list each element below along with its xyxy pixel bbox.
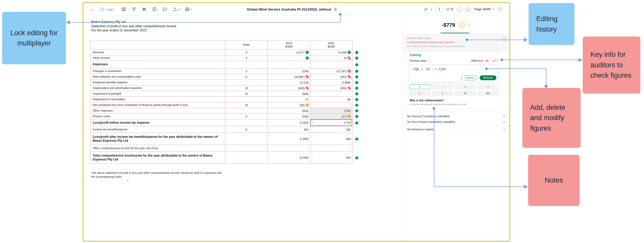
status-dot-icon[interactable] <box>355 121 358 124</box>
status-dot-icon[interactable] <box>355 98 358 101</box>
formula-operand[interactable]: -17 <box>425 67 431 71</box>
value-cell-2021[interactable] <box>310 61 352 68</box>
status-dot-icon[interactable] <box>355 75 358 78</box>
calc-key-minus[interactable]: − <box>432 84 453 89</box>
value-cell-2021[interactable]: - <box>310 145 352 152</box>
flag-red-icon[interactable] <box>348 57 351 59</box>
history-icon[interactable]: ↺ <box>424 7 427 12</box>
calc-key-open-paren[interactable]: ( <box>409 91 430 96</box>
value-cell-2021[interactable]: (719) <box>310 108 352 114</box>
value-cell-2021[interactable]: - <box>310 91 352 97</box>
status-dot-icon[interactable] <box>355 115 358 118</box>
value-cell-2021[interactable]: - <box>310 102 352 108</box>
question-orange-icon[interactable]: ? <box>306 104 309 106</box>
flag-red-icon[interactable] <box>348 70 351 73</box>
value-cell-2021[interactable]: (303) <box>310 85 352 91</box>
zoom-in-icon[interactable]: + <box>465 7 471 12</box>
flag-red-icon[interactable] <box>306 87 309 89</box>
calc-key-all-clear[interactable]: AC <box>478 91 499 96</box>
value-cell-2021[interactable]: 235 <box>310 126 352 133</box>
value-cell-2021[interactable]: 79 <box>310 55 352 61</box>
calc-key-plus[interactable]: + <box>409 84 430 89</box>
value-cell-2022[interactable]: (2,113) <box>268 80 310 85</box>
confirm-button[interactable]: Confirm <box>461 75 477 80</box>
status-dot-icon[interactable] <box>355 51 358 54</box>
status-dot-icon[interactable] <box>355 138 358 141</box>
calc-key-multiply[interactable]: × <box>455 84 476 89</box>
back-icon[interactable]: ← <box>90 7 95 12</box>
value-cell-2022[interactable]: (50)? <box>268 102 310 108</box>
status-dot-icon[interactable] <box>355 70 358 73</box>
check-item[interactable]: No Reference added+ <box>403 127 509 132</box>
value-cell-2022[interactable]: (7) <box>268 97 310 102</box>
value-cell-2022[interactable]: - <box>268 55 310 61</box>
page-number-input[interactable]: 1 <box>435 6 443 12</box>
check-item[interactable]: No Prior Period Consistency identified+ <box>403 119 509 125</box>
close-icon[interactable]: ✕ <box>502 37 506 41</box>
status-dot-icon[interactable] <box>355 104 358 107</box>
calc-key-percent[interactable]: % <box>455 91 476 96</box>
orange-up-arrow-icon[interactable]: ↑ <box>490 59 492 62</box>
flag-red-icon[interactable] <box>348 87 351 89</box>
value-cell-2021[interactable]: ✎(779) <box>310 119 352 126</box>
add-icon[interactable]: + <box>496 59 498 62</box>
status-dot-icon[interactable] <box>355 87 358 90</box>
export-icon[interactable]: ▾ <box>173 7 180 12</box>
previous-page-icon[interactable]: ‹ <box>431 7 432 12</box>
question-orange-icon[interactable]: ? <box>348 115 351 118</box>
lock-icon[interactable] <box>334 7 337 11</box>
flag-red-icon[interactable] <box>306 75 309 78</box>
expand-plus-icon[interactable]: + <box>503 120 505 124</box>
calc-key-divide[interactable]: ÷ <box>478 84 499 89</box>
orange-up-arrow-icon[interactable]: ↑ <box>459 22 465 28</box>
value-cell-2022[interactable]: (10,587) <box>268 74 310 80</box>
tickmark-green-icon[interactable] <box>348 51 351 54</box>
value-cell-2022[interactable]: 13,577 <box>268 50 310 55</box>
help-icon[interactable]: ? <box>497 7 503 12</box>
logo[interactable]: Logo <box>100 7 114 11</box>
value-cell-2021[interactable]: 15,084 <box>310 50 352 55</box>
tickmark-green-icon[interactable] <box>306 57 309 59</box>
zoom-select[interactable]: Page Width ▾ <box>474 7 494 11</box>
expand-plus-icon[interactable]: + <box>503 127 505 131</box>
tickmark-green-icon[interactable] <box>306 51 309 54</box>
value-cell-2021[interactable]: ↑544 <box>310 133 352 145</box>
formula-operand[interactable]: -719 <box>412 67 420 71</box>
adjustments-icon[interactable] <box>142 7 147 12</box>
zoom-out-icon[interactable]: − <box>457 7 462 12</box>
status-dot-icon[interactable] <box>355 156 358 159</box>
check-item[interactable]: No Internal Consistency identified+ <box>403 113 509 119</box>
filter-icon[interactable] <box>132 7 136 12</box>
formula-operator[interactable]: + <box>421 68 423 71</box>
value-cell-2021[interactable]: (17)? <box>310 114 352 119</box>
status-dot-icon[interactable] <box>355 57 358 60</box>
remove-button[interactable]: Remove <box>480 75 496 80</box>
expand-plus-icon[interactable]: + <box>503 114 505 118</box>
value-cell-2021[interactable]: (1,888) <box>310 80 352 85</box>
notebook-icon[interactable] <box>152 7 157 12</box>
value-cell-2022[interactable]: (239) <box>268 68 310 74</box>
value-cell-2021[interactable]: (11,197) <box>310 68 352 74</box>
status-dot-icon[interactable] <box>355 63 358 66</box>
status-dot-icon[interactable] <box>355 81 358 84</box>
flag-red-icon[interactable] <box>348 75 351 78</box>
value-cell-2022[interactable]: (324) <box>268 114 310 119</box>
value-cell-2022[interactable]: (500) <box>268 91 310 97</box>
value-cell-2022[interactable]: (665) <box>268 85 310 91</box>
chevron-up-icon[interactable]: ⌃ <box>496 53 498 57</box>
formula-editor[interactable]: -719 + -17 | = -1,510 Confirm Remove <box>409 65 499 83</box>
insert-table-icon[interactable]: ▾ <box>185 7 192 12</box>
value-cell-2021[interactable]: ↑544 <box>310 152 352 164</box>
value-cell-2022[interactable] <box>268 61 310 68</box>
value-cell-2022[interactable]: 301 <box>268 126 310 133</box>
calc-key-close-paren[interactable]: ) <box>432 91 453 96</box>
table-icon[interactable] <box>121 7 126 12</box>
value-cell-2022[interactable]: (602) <box>268 108 310 114</box>
status-dot-icon[interactable] <box>355 109 358 112</box>
value-cell-2021[interactable]: (252) <box>310 74 352 80</box>
status-dot-icon[interactable] <box>355 92 358 95</box>
value-cell-2022[interactable]: - <box>268 145 310 152</box>
value-cell-2022[interactable]: ↑(1,505) <box>268 119 310 126</box>
strikethrough-arrow-icon[interactable]: ↑ <box>493 59 495 62</box>
red-up-arrow-icon[interactable]: ↑ <box>468 22 471 28</box>
